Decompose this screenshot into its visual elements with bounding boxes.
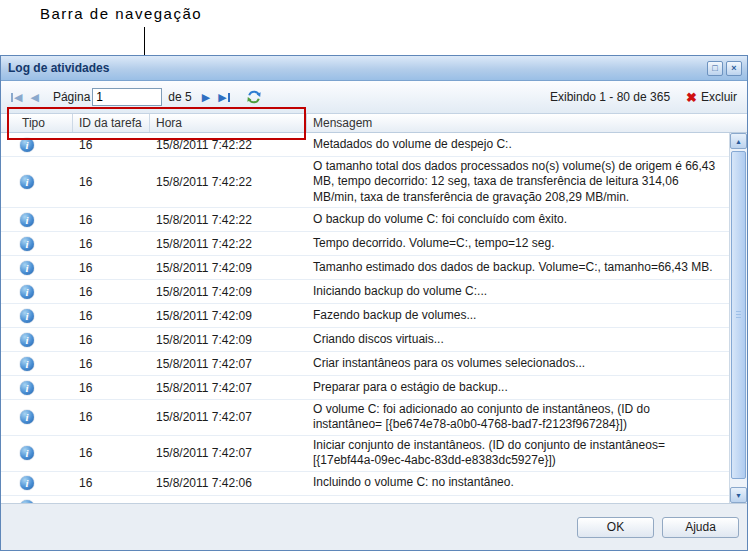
column-header-mensagem[interactable]: Mensagem — [307, 114, 747, 132]
table-row[interactable]: i1615/8/2011 7:42:07O volume C: foi adic… — [1, 400, 729, 436]
info-icon: i — [20, 381, 34, 395]
column-header-task-id[interactable]: ID da tarefa — [73, 114, 150, 132]
info-icon: i — [20, 410, 34, 424]
first-page-icon — [11, 93, 13, 102]
message-cell: Fazendo backup de volumes... — [307, 306, 729, 325]
scroll-down-icon: ▼ — [735, 492, 742, 499]
task-id-cell: 16 — [73, 136, 150, 154]
table-row[interactable]: i1615/8/2011 7:42:09Tamanho estimado dos… — [1, 256, 729, 280]
time-cell: 15/8/2011 7:42:22 — [150, 235, 307, 253]
type-cell: i — [1, 173, 73, 191]
delete-icon: ✖ — [686, 91, 697, 104]
task-id-cell: 16 — [73, 235, 150, 253]
table-row[interactable]: i1615/8/2011 7:42:22O backup do volume C… — [1, 208, 729, 232]
table-row[interactable]: i1615/8/2011 7:42:22Metadados do volume … — [1, 133, 729, 157]
previous-page-button[interactable]: ◀ — [30, 91, 38, 104]
message-cell: Iniciar conjunto de instantâneos. (ID do… — [307, 436, 729, 471]
time-cell: 15/8/2011 7:42:07 — [150, 379, 307, 397]
dialog-footer: OK Ajuda — [1, 503, 747, 550]
vertical-scrollbar[interactable]: ▲ ▼ — [729, 133, 747, 503]
table-row[interactable]: i1615/8/2011 7:42:22O tamanho total dos … — [1, 157, 729, 208]
scrollbar-thumb[interactable] — [731, 151, 746, 479]
message-cell: Tempo decorrido. Volume=C:, tempo=12 seg… — [307, 234, 729, 253]
type-cell: i — [1, 283, 73, 301]
table-row[interactable]: i1615/8/2011 7:42:09Criando discos virtu… — [1, 328, 729, 352]
maximize-icon: □ — [712, 64, 717, 73]
message-cell: Criando discos virtuais... — [307, 330, 729, 349]
table-row[interactable]: i — [1, 496, 729, 503]
info-icon: i — [20, 446, 34, 460]
info-icon: i — [20, 175, 34, 189]
time-cell: 15/8/2011 7:42:07 — [150, 355, 307, 373]
toolbar-right-group: Exibindo 1 - 80 de 365 ✖ Excluir — [550, 90, 737, 104]
delete-button[interactable]: ✖ Excluir — [686, 90, 737, 104]
title-bar: Log de atividades □ × — [1, 56, 747, 81]
message-cell: O backup do volume C: foi concluído com … — [307, 210, 729, 229]
task-id-cell: 16 — [73, 283, 150, 301]
task-id-cell: 16 — [73, 331, 150, 349]
column-header-hora[interactable]: Hora — [150, 114, 307, 132]
delete-label: Excluir — [701, 90, 737, 104]
showing-range-label: Exibindo 1 - 80 de 365 — [550, 90, 670, 104]
page-total-label: de 5 — [168, 90, 191, 104]
type-cell: i — [1, 444, 73, 462]
time-cell: 15/8/2011 7:42:09 — [150, 283, 307, 301]
time-cell: 15/8/2011 7:42:07 — [150, 408, 307, 426]
help-button[interactable]: Ajuda — [662, 517, 739, 538]
scroll-down-button[interactable]: ▼ — [730, 487, 747, 503]
message-cell: Iniciando backup do volume C:... — [307, 282, 729, 301]
type-cell: i — [1, 136, 73, 154]
next-page-icon: ▶ — [202, 91, 210, 104]
type-cell: i — [1, 307, 73, 325]
table-row[interactable]: i1615/8/2011 7:42:09Fazendo backup de vo… — [1, 304, 729, 328]
column-header-tipo[interactable]: Tipo — [1, 114, 73, 132]
screenshot-root: Barra de navegação Log de atividades □ ×… — [0, 0, 748, 551]
type-cell: i — [1, 331, 73, 349]
info-icon: i — [20, 285, 34, 299]
type-cell: i — [1, 211, 73, 229]
page-number-input[interactable] — [92, 88, 162, 106]
info-icon: i — [20, 237, 34, 251]
table-row[interactable]: i1615/8/2011 7:42:07Iniciar conjunto de … — [1, 436, 729, 472]
time-cell: 15/8/2011 7:42:09 — [150, 331, 307, 349]
info-icon: i — [20, 213, 34, 227]
time-cell: 15/8/2011 7:42:09 — [150, 307, 307, 325]
info-icon: i — [20, 357, 34, 371]
table-row[interactable]: i1615/8/2011 7:42:09Iniciando backup do … — [1, 280, 729, 304]
annotation-label: Barra de navegação — [40, 5, 202, 22]
time-cell: 15/8/2011 7:42:09 — [150, 259, 307, 277]
close-button[interactable]: × — [726, 61, 742, 76]
task-id-cell: 16 — [73, 379, 150, 397]
time-cell: 15/8/2011 7:42:06 — [150, 474, 307, 492]
time-cell: 15/8/2011 7:42:22 — [150, 211, 307, 229]
scroll-up-icon: ▲ — [735, 138, 742, 145]
last-page-button[interactable]: ▶ — [218, 91, 229, 104]
message-cell: Criar instantâneos para os volumes selec… — [307, 354, 729, 373]
grid-body: i1615/8/2011 7:42:22Metadados do volume … — [1, 133, 747, 503]
info-icon: i — [20, 333, 34, 347]
info-icon: i — [20, 138, 34, 152]
table-row[interactable]: i1615/8/2011 7:42:06Incluindo o volume C… — [1, 472, 729, 496]
message-cell: Metadados do volume de despejo C:. — [307, 135, 729, 154]
type-cell: i — [1, 379, 73, 397]
grid-header: Tipo ID da tarefa Hora Mensagem — [1, 114, 747, 133]
type-cell: i — [1, 355, 73, 373]
page-label: Página — [53, 90, 90, 104]
refresh-button[interactable] — [246, 89, 262, 105]
activity-log-dialog: Log de atividades □ × ◀ ◀ Página de 5 ▶ — [0, 55, 748, 551]
table-row[interactable]: i1615/8/2011 7:42:22Tempo decorrido. Vol… — [1, 232, 729, 256]
table-row[interactable]: i1615/8/2011 7:42:07Criar instantâneos p… — [1, 352, 729, 376]
next-page-button[interactable]: ▶ — [202, 91, 210, 104]
ok-button[interactable]: OK — [577, 517, 654, 538]
activity-log-grid: Tipo ID da tarefa Hora Mensagem i1615/8/… — [1, 114, 747, 503]
info-icon: i — [20, 309, 34, 323]
message-cell: Tamanho estimado dos dados de backup. Vo… — [307, 258, 729, 277]
last-page-icon — [228, 93, 230, 102]
scrollbar-track[interactable] — [731, 150, 746, 486]
first-page-button[interactable]: ◀ — [11, 91, 22, 104]
maximize-button[interactable]: □ — [707, 61, 723, 76]
scroll-up-button[interactable]: ▲ — [730, 133, 747, 149]
task-id-cell: 16 — [73, 173, 150, 191]
task-id-cell: 16 — [73, 259, 150, 277]
table-row[interactable]: i1615/8/2011 7:42:07Preparar para o está… — [1, 376, 729, 400]
